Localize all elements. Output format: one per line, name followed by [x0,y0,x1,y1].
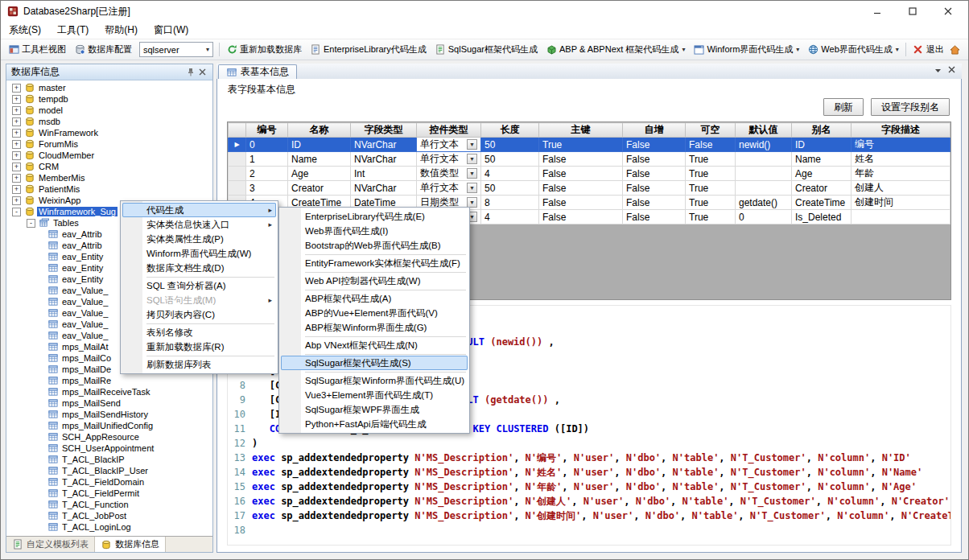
grid-cell[interactable]: 单行文本▼ [417,138,481,152]
refresh-button[interactable]: 刷新 [823,98,864,116]
grid-cell[interactable]: False [623,152,686,167]
grid-cell[interactable] [851,210,950,224]
grid-cell[interactable]: Age [792,167,851,181]
set-alias-button[interactable]: 设置字段别名 [871,98,950,116]
tree-node-table[interactable]: SCH_UserAppointment [9,443,212,454]
grid-cell[interactable]: 2 [246,167,288,181]
context-menu-item[interactable]: 拷贝列表内容(C) [122,307,276,322]
grid-cell[interactable]: Name [288,152,351,167]
grid-cell[interactable]: Is_Deleted [792,210,851,224]
grid-cell[interactable]: NVarChar [351,138,417,152]
toolbar-button-dbconfig[interactable]: 数据库配置 [70,41,136,58]
tree-node-table[interactable]: mps_MailRe [9,375,212,386]
grid-cell[interactable]: False [623,181,686,196]
column-header[interactable]: 控件类型 [417,123,481,138]
tree-node-database[interactable]: +tempdb [9,93,212,105]
context-menu-item[interactable]: Winform界面代码生成(W) [122,246,276,261]
tree-node-table[interactable]: T_ACL_LoginLog [9,521,212,533]
column-header[interactable]: 字段描述 [851,123,950,138]
grid-cell[interactable]: True [686,152,736,167]
context-menu-item[interactable]: 数据库文档生成(D) [122,261,276,275]
submenu-item[interactable]: ABP的Vue+Element界面代码(V) [281,306,468,320]
submenu-item[interactable]: Python+FastApi后端代码生成 [281,417,468,431]
tree-node-table[interactable]: T_ACL_BlackIP [9,454,212,465]
submenu-item[interactable]: Vue3+Element界面代码生成(T) [281,388,468,402]
expander-icon[interactable]: + [12,163,21,171]
context-menu-item[interactable]: 重新加载数据库(R) [122,340,276,354]
column-header[interactable]: 自增 [623,123,686,138]
grid-cell[interactable]: False [539,167,623,181]
column-header[interactable]: 别名 [792,123,851,138]
grid-cell[interactable]: NVarChar [351,152,417,167]
grid-cell[interactable]: 创建人 [851,181,950,196]
toolbar-button-home[interactable] [948,43,963,57]
grid-cell[interactable]: Creator [792,181,851,196]
column-header[interactable]: 长度 [481,123,539,138]
grid-cell[interactable] [736,152,792,167]
panel-tab[interactable]: 自定义模板列表 [6,537,95,552]
grid-cell[interactable]: False [623,167,686,181]
expander-icon[interactable]: + [12,196,21,205]
column-header[interactable]: 主键 [539,123,623,138]
toolbar-button-refresh[interactable]: 重新加载数据库 [222,41,306,58]
column-header[interactable]: 编号 [246,123,288,138]
grid-cell[interactable]: 年龄 [851,167,950,181]
expander-icon[interactable]: + [12,106,21,115]
submenu-item[interactable]: SqlSugar框架Winform界面代码生成(U) [281,373,468,388]
column-header[interactable]: 名称 [288,123,351,138]
grid-cell[interactable]: 50 [481,152,539,167]
grid-cell[interactable]: 4 [481,167,539,181]
context-menu-item[interactable]: 刷新数据库列表 [122,357,276,372]
grid-cell[interactable]: True [686,167,736,181]
minimize-button[interactable] [862,1,897,22]
context-menu-item[interactable]: 代码生成▸ [122,203,276,217]
context-menu-item[interactable]: SQL语句生成(M)▸ [122,293,276,307]
combo-dropdown-button[interactable]: ▼ [467,154,477,164]
expander-icon[interactable]: + [12,185,21,194]
expander-icon[interactable]: - [12,208,21,216]
row-indicator[interactable] [229,167,246,181]
grid-cell[interactable]: Int [351,167,417,181]
grid-cell[interactable]: True [686,210,736,224]
submenu-item[interactable]: Web界面代码生成(I) [281,224,468,238]
toolbar-button-cube[interactable]: ABP & ABPNext 框架代码生成▾ [542,41,689,58]
tree-node-database[interactable]: +model [9,105,212,116]
tree-node-database[interactable]: +ForumMis [9,138,212,150]
grid-cell[interactable]: ID [288,138,351,152]
expander-icon[interactable]: - [27,219,35,228]
database-type-combo[interactable]: sqlserver▾ [139,42,213,57]
combo-dropdown-button[interactable]: ▼ [467,168,477,179]
grid-cell[interactable]: Name [792,152,851,167]
grid-cell[interactable]: False [623,138,686,152]
submenu-item[interactable]: EntityFramework实体框架代码生成(F) [281,256,468,270]
maximize-button[interactable] [897,1,933,22]
grid-cell[interactable]: False [539,152,623,167]
tree-node-table[interactable]: mps_MailReceiveTask [9,386,212,397]
combo-dropdown-button[interactable]: ▼ [467,183,477,193]
expander-icon[interactable]: + [12,95,21,104]
panel-close-icon[interactable] [196,68,208,76]
chevron-down-icon[interactable] [934,64,942,76]
table-row[interactable]: 3CreatorNVarChar单行文本▼50FalseFalseTrueCre… [229,181,950,196]
grid-cell[interactable]: CreateTime [792,196,851,210]
toolbar-button-doc-green[interactable]: SqlSugar框架代码生成 [431,41,542,58]
tree-node-table[interactable]: mps_MailUnifiedConfig [9,420,212,431]
context-menu-item[interactable]: SQL 查询分析器(A) [122,278,276,293]
tree-node-database[interactable]: +master [9,82,212,93]
menubar-item[interactable]: 窗口(W) [146,22,196,39]
grid-cell[interactable]: False [623,196,686,210]
grid-cell[interactable]: False [539,196,623,210]
tree-node-table[interactable]: T_ACL_FieldPermit [9,488,212,499]
grid-cell[interactable]: True [539,138,623,152]
tab-table-info[interactable]: 表基本信息 [218,64,297,79]
grid-cell[interactable]: 0 [736,210,792,224]
submenu-item[interactable]: SqlSugar框架WPF界面生成 [281,402,468,417]
tree-node-database[interactable]: +CRM [9,161,212,172]
tree-node-database[interactable]: +MemberMis [9,172,212,183]
tree-node-database[interactable]: +CloudMember [9,150,212,161]
tree-node-database[interactable]: +msdb [9,116,212,127]
grid-cell[interactable]: 4 [481,210,539,224]
pin-icon[interactable] [184,68,196,76]
grid-cell[interactable]: Age [288,167,351,181]
tree-node-table[interactable]: T_ACL_JobPost [9,510,212,521]
